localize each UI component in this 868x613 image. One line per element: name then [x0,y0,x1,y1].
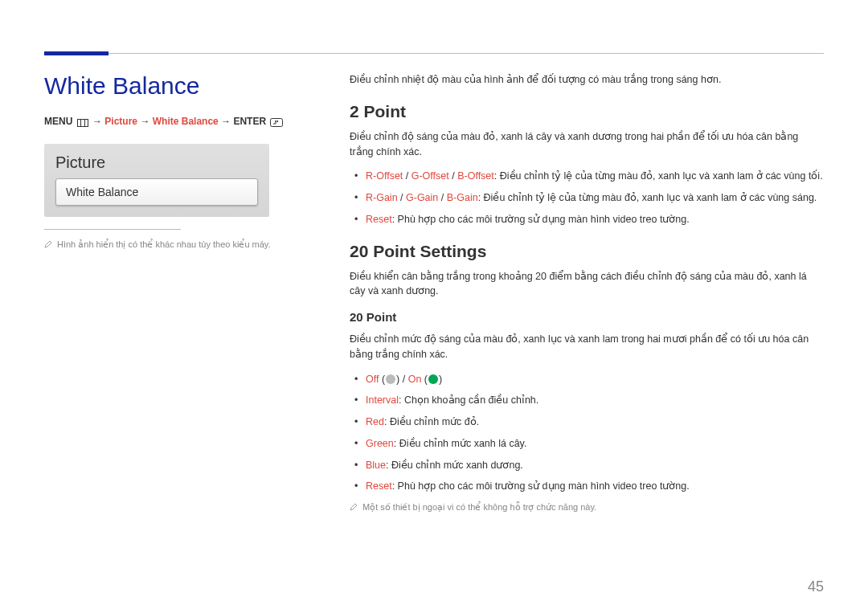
section1-bullet-gain: R-Gain / G-Gain / B-Gain: Điều chỉnh tỷ … [350,190,824,206]
reset-text: : Phù hợp cho các môi trường sử dụng màn… [392,480,690,492]
pencil-icon [350,503,358,513]
panel-title: Picture [55,153,258,172]
page-number: 45 [808,578,824,595]
term-red: Red [366,416,384,427]
off-indicator-icon [386,374,395,384]
term-on: On [408,374,422,385]
page-content: White Balance MENU → Picture → White Bal… [44,40,824,513]
bullet-green: Green: Điều chỉnh mức xanh lá cây. [350,436,824,452]
bullet-interval: Interval: Chọn khoảng cần điều chỉnh. [350,393,824,408]
section1-bullet-offset: R-Offset / G-Offset / B-Offset: Điều chỉ… [350,169,824,184]
section1-bullet-reset: Reset: Phù hợp cho các môi trường sử dụn… [350,212,824,227]
bullet-blue: Blue: Điều chỉnh mức xanh dương. [350,458,824,473]
breadcrumb-menu-label: MENU [44,116,72,127]
section2-para: Điều khiển cân bằng trắng trong khoảng 2… [350,269,824,300]
breadcrumb-picture: Picture [104,116,137,127]
term-reset-1: Reset [366,214,392,225]
page-title: White Balance [44,72,317,100]
green-text: : Điều chỉnh mức xanh lá cây. [394,438,527,449]
top-accent-bar [44,51,108,55]
b3-text: : Phù hợp cho các môi trường sử dụng màn… [392,214,690,225]
blue-text: : Điều chỉnh mức xanh dương. [386,460,523,471]
term-interval: Interval [366,394,399,406]
section1-para: Điều chỉnh độ sáng của màu đỏ, xanh lá c… [350,129,824,160]
term-b-offset: B-Offset [457,170,494,182]
menu-panel: Picture White Balance [44,144,269,217]
bullet-off-on: Off () / On () [350,372,824,387]
right-column: Điều chỉnh nhiệt độ màu của hình ảnh để … [350,72,824,513]
red-text: : Điều chỉnh mức đỏ. [384,416,479,427]
section2-sub-para: Điều chỉnh mức độ sáng của màu đỏ, xanh … [350,332,824,362]
heading-20-point: 20 Point [350,310,824,324]
menu-icon [77,116,88,128]
term-reset-2: Reset [366,480,392,492]
b2-text: : Điều chỉnh tỷ lệ của từng màu đỏ, xanh… [478,192,817,203]
panel-item-white-balance[interactable]: White Balance [55,178,258,206]
bullet-red: Red: Điều chỉnh mức đỏ. [350,415,824,430]
bullet-reset-2: Reset: Phù hợp cho các môi trường sử dụn… [350,479,824,494]
svg-rect-3 [271,119,283,127]
heading-2-point: 2 Point [350,102,824,121]
term-b-gain: B-Gain [447,192,478,203]
breadcrumb-white-balance: White Balance [153,116,219,127]
breadcrumb-enter-label: ENTER [233,116,266,127]
enter-icon [270,116,283,128]
footnote-text: Một số thiết bị ngoại vi có thể không hỗ… [362,502,596,513]
term-off: Off [366,374,379,385]
left-note: Hình ảnh hiển thị có thể khác nhau tùy t… [44,239,317,250]
b1-text: : Điều chỉnh tỷ lệ của từng màu đỏ, xanh… [494,170,823,182]
section1-list: R-Offset / G-Offset / B-Offset: Điều chỉ… [350,169,824,227]
term-r-offset: R-Offset [366,170,403,182]
left-note-text: Hình ảnh hiển thị có thể khác nhau tùy t… [57,239,271,250]
intro-text: Điều chỉnh nhiệt độ màu của hình ảnh để … [350,72,824,88]
on-indicator-icon [428,374,438,384]
term-blue: Blue [366,460,386,471]
term-g-offset: G-Offset [411,170,449,182]
term-r-gain: R-Gain [366,192,398,203]
breadcrumb: MENU → Picture → White Balance → ENTER [44,116,317,128]
interval-text: : Chọn khoảng cần điều chỉnh. [399,394,538,406]
section2-list: Off () / On () Interval: Chọn khoảng cần… [350,372,824,495]
left-column: White Balance MENU → Picture → White Bal… [44,72,317,513]
pencil-icon [44,240,52,250]
footnote: Một số thiết bị ngoại vi có thể không hỗ… [350,502,824,513]
heading-20-point-settings: 20 Point Settings [350,242,824,261]
term-g-gain: G-Gain [406,192,438,203]
note-divider [44,229,181,230]
top-divider [44,53,824,54]
term-green: Green [366,438,394,449]
svg-rect-0 [77,119,88,126]
